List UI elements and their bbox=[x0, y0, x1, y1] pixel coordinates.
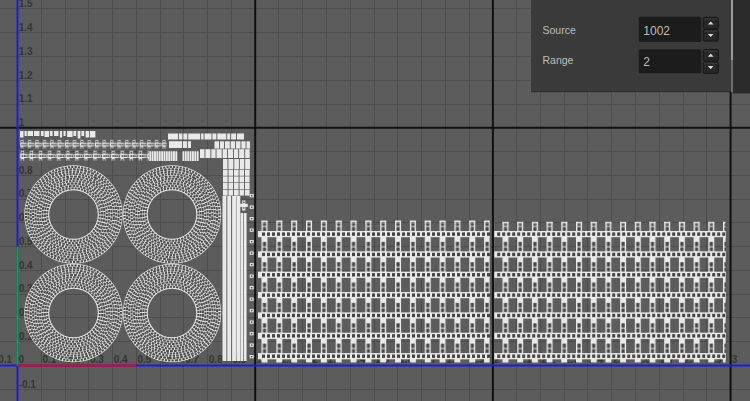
svg-text:0.8: 0.8 bbox=[209, 354, 223, 365]
svg-text:Range: Range bbox=[543, 54, 574, 66]
svg-text:1.5: 1.5 bbox=[19, 0, 33, 9]
svg-text:0.8: 0.8 bbox=[19, 165, 33, 176]
svg-text:1.4: 1.4 bbox=[19, 22, 33, 33]
svg-text:3: 3 bbox=[732, 354, 738, 365]
svg-text:1002: 1002 bbox=[643, 24, 670, 38]
svg-text:1.2: 1.2 bbox=[19, 70, 33, 81]
svg-text:2: 2 bbox=[643, 55, 650, 69]
svg-text:0: 0 bbox=[19, 354, 25, 365]
svg-text:0.4: 0.4 bbox=[19, 260, 33, 271]
svg-text:Source: Source bbox=[543, 24, 576, 36]
svg-text:1: 1 bbox=[19, 117, 25, 128]
svg-text:1.1: 1.1 bbox=[19, 93, 33, 104]
svg-text:1.3: 1.3 bbox=[19, 46, 33, 57]
svg-text:-0.1: -0.1 bbox=[19, 379, 37, 390]
svg-text:-0.1: -0.1 bbox=[0, 354, 12, 365]
svg-text:0.4: 0.4 bbox=[114, 354, 128, 365]
